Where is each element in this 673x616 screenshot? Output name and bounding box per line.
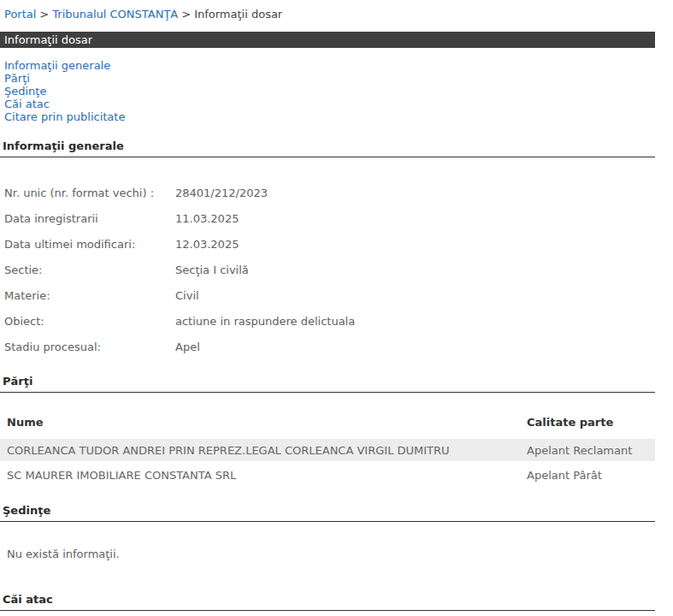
field-label: Obiect: — [4, 309, 175, 335]
field-row-stadiu-procesual: Stadiu procesual: Apel — [4, 335, 655, 360]
field-value: actiune in raspundere delictuala — [175, 309, 355, 335]
nav-link-citare-prin-publicitate[interactable]: Citare prin publicitate — [4, 110, 125, 123]
field-label: Stadiu procesual: — [4, 335, 175, 360]
parti-table-header: Nume Calitate parte — [0, 412, 655, 439]
field-value: Civil — [175, 283, 199, 309]
table-row: SC MAURER IMOBILIARE CONSTANTA SRL Apela… — [0, 464, 655, 486]
field-row-obiect: Obiect: actiune in raspundere delictuala — [4, 309, 655, 335]
field-value: 12.03.2025 — [175, 232, 239, 258]
field-label: Sectie: — [4, 258, 175, 283]
breadcrumb-current: Informaţii dosar — [194, 8, 282, 21]
section-heading-cai-atac: Căi atac — [0, 593, 655, 611]
column-header-calitate-parte: Calitate parte — [527, 416, 655, 429]
page: Portal>Tribunalul CONSTANŢA>Informaţii d… — [0, 0, 673, 616]
cell-nume: CORLEANCA TUDOR ANDREI PRIN REPREZ.LEGAL… — [0, 444, 527, 457]
field-value: Apel — [175, 335, 200, 360]
cell-calitate-parte: Apelant Reclamant — [527, 444, 655, 457]
page-title: Informaţii dosar — [4, 33, 92, 46]
field-value: 11.03.2025 — [175, 206, 239, 232]
field-label: Materie: — [4, 283, 175, 309]
field-value: Secţia I civilă — [175, 258, 249, 283]
breadcrumb: Portal>Tribunalul CONSTANŢA>Informaţii d… — [0, 0, 655, 21]
nav-link-parti[interactable]: Părţi — [4, 72, 30, 85]
breadcrumb-link-tribunal[interactable]: Tribunalul CONSTANŢA — [52, 8, 178, 21]
cell-calitate-parte: Apelant Pârât — [527, 469, 655, 482]
breadcrumb-link-portal[interactable]: Portal — [4, 8, 36, 21]
section-heading-parti: Părţi — [0, 375, 655, 393]
content: Portal>Tribunalul CONSTANŢA>Informaţii d… — [0, 0, 655, 611]
general-info-fields: Nr. unic (nr. format vechi) : 28401/212/… — [0, 181, 655, 360]
table-row: CORLEANCA TUDOR ANDREI PRIN REPREZ.LEGAL… — [0, 439, 655, 461]
parti-table: Nume Calitate parte CORLEANCA TUDOR ANDR… — [0, 412, 655, 486]
nav-link-informatii-generale[interactable]: Informaţii generale — [4, 59, 110, 72]
breadcrumb-separator: > — [181, 8, 191, 21]
column-header-nume: Nume — [0, 416, 527, 429]
nav-link-sedinte[interactable]: Şedinţe — [4, 85, 46, 98]
field-label: Data ultimei modificari: — [4, 232, 175, 258]
cell-nume: SC MAURER IMOBILIARE CONSTANTA SRL — [0, 469, 527, 482]
breadcrumb-separator: > — [39, 8, 49, 21]
field-value: 28401/212/2023 — [175, 181, 268, 206]
nav-link-cai-atac[interactable]: Căi atac — [4, 98, 50, 110]
section-heading-sedinte: Şedinţe — [0, 504, 655, 522]
field-row-nr-unic: Nr. unic (nr. format vechi) : 28401/212/… — [4, 181, 655, 206]
sedinte-empty-message: Nu există informaţii. — [0, 548, 655, 560]
field-row-data-ultimei-modificari: Data ultimei modificari: 12.03.2025 — [4, 232, 655, 258]
section-nav: Informaţii generale Părţi Şedinţe Căi at… — [0, 59, 655, 123]
section-heading-informatii-generale: Informaţii generale — [0, 139, 655, 157]
field-row-data-inregistrarii: Data inregistrarii 11.03.2025 — [4, 206, 655, 232]
page-title-bar: Informaţii dosar — [0, 32, 655, 48]
field-row-sectie: Sectie: Secţia I civilă — [4, 258, 655, 283]
field-label: Data inregistrarii — [4, 206, 175, 232]
field-row-materie: Materie: Civil — [4, 283, 655, 309]
field-label: Nr. unic (nr. format vechi) : — [4, 181, 175, 206]
